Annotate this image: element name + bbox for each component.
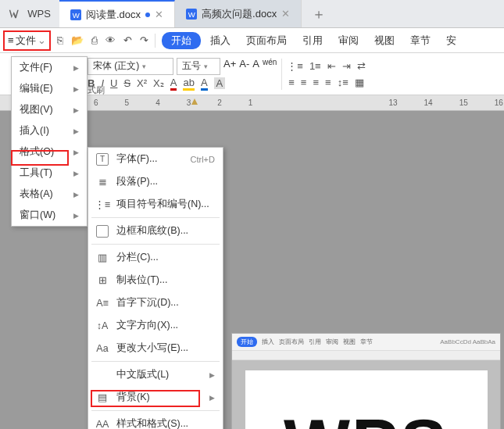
text-effect-icon[interactable]: A <box>201 77 208 91</box>
subscript-icon[interactable]: X₂ <box>153 77 164 89</box>
underline-icon[interactable]: U <box>110 77 117 89</box>
open-icon[interactable]: 📂 <box>71 34 84 46</box>
menu-window[interactable]: 窗口(W)▶ <box>12 205 87 226</box>
background-icon: ▤ <box>96 391 109 404</box>
app-tab[interactable]: WPS <box>0 0 59 27</box>
menu-label: 文件(F) <box>20 61 52 74</box>
submenu-label: 中文版式(L) <box>116 368 169 381</box>
submenu-label: 制表位(T)... <box>116 273 215 287</box>
ribbon-tab-review[interactable]: 审阅 <box>332 32 365 49</box>
char-shading-icon[interactable]: A <box>214 77 226 89</box>
submenu-cjk[interactable]: 中文版式(L)▶ <box>88 363 223 386</box>
preview-tab: 审阅 <box>326 338 338 346</box>
hamburger-icon: ≡ <box>8 34 14 46</box>
close-icon[interactable]: ✕ <box>281 8 290 20</box>
submenu-paragraph[interactable]: ≣段落(P)... <box>88 170 223 193</box>
separator <box>91 410 220 411</box>
main-menu-dropdown: 文件(F)▶ 编辑(E)▶ 视图(V)▶ 插入(I)▶ 格式(O)▶ 工具(T)… <box>11 56 88 227</box>
tab-bar: WPS W 阅读量.docx ✕ W 高频次问题.docx ✕ ＋ <box>0 0 504 28</box>
dropcap-icon: A≡ <box>96 297 109 309</box>
justify-icon[interactable]: ≡ <box>325 77 331 88</box>
ruler-tick: 3 <box>187 98 191 107</box>
preview-tab: 开始 <box>237 337 257 347</box>
preview-tab: 引用 <box>309 338 321 346</box>
submenu-arrow-icon: ▶ <box>209 394 215 402</box>
submenu-textdir[interactable]: ↕A文字方向(X)... <box>88 314 223 337</box>
submenu-changecase[interactable]: Aa更改大小写(E)... <box>88 337 223 359</box>
line-space-icon[interactable]: ↕≡ <box>338 77 349 88</box>
ribbon-tab-references[interactable]: 引用 <box>296 32 329 49</box>
ribbon-tab-extra[interactable]: 安 <box>440 32 463 49</box>
decrease-font-icon[interactable]: A- <box>239 58 249 75</box>
svg-text:W: W <box>73 10 80 19</box>
separator <box>91 244 220 245</box>
shading-icon[interactable]: ▦ <box>355 77 364 88</box>
ribbon-tab-chapter[interactable]: 章节 <box>404 32 437 49</box>
submenu-arrow-icon: ▶ <box>73 148 79 156</box>
submenu-arrow-icon: ▶ <box>73 85 79 93</box>
submenu-borders[interactable]: 边框和底纹(B)... <box>88 220 223 242</box>
menu-label: 格式(O) <box>20 145 54 159</box>
tab-icon[interactable]: ⇄ <box>357 60 366 72</box>
file-menu-button[interactable]: ≡ 文件 ⌄ <box>5 32 49 49</box>
new-tab-button[interactable]: ＋ <box>302 0 336 27</box>
pinyin-icon[interactable]: wén <box>263 58 277 75</box>
align-right-icon[interactable]: ≡ <box>313 77 319 88</box>
menu-format[interactable]: 格式(O)▶ <box>12 141 87 163</box>
menu-insert[interactable]: 插入(I)▶ <box>12 120 87 141</box>
highlight-icon[interactable]: ab <box>183 77 194 91</box>
preview-canvas: WPS <box>232 360 500 429</box>
submenu-label: 首字下沉(D)... <box>116 296 215 309</box>
paragraph-icon: ≣ <box>96 176 109 188</box>
separator <box>155 34 155 48</box>
submenu-background[interactable]: ▤背景(K)▶ <box>88 386 223 409</box>
preview-ribbon: 开始 插入 页面布局 引用 审阅 视图 章节 AaBbCcDd AaBbAa <box>232 334 500 351</box>
indent-marker-icon[interactable] <box>191 98 198 105</box>
submenu-columns[interactable]: ▥分栏(C)... <box>88 246 223 269</box>
menu-view[interactable]: 视图(V)▶ <box>12 99 87 120</box>
preview-icon[interactable]: 👁 <box>105 34 116 46</box>
numbering-icon[interactable]: 1≡ <box>309 60 321 72</box>
increase-font-icon[interactable]: A+ <box>223 58 236 75</box>
ribbon-tab-layout[interactable]: 页面布局 <box>240 32 293 49</box>
font-size-select[interactable]: 五号▾ <box>177 58 220 75</box>
submenu-font[interactable]: T字体(F)...Ctrl+D <box>88 148 223 170</box>
submenu-bullets[interactable]: ⋮≡项目符号和编号(N)... <box>88 193 223 216</box>
undo-icon[interactable]: ↶ <box>123 34 132 46</box>
styles-icon: AA <box>96 418 109 430</box>
ribbon-tab-home[interactable]: 开始 <box>162 32 201 49</box>
new-icon[interactable]: ⎘ <box>57 34 63 46</box>
menu-edit[interactable]: 编辑(E)▶ <box>12 78 87 99</box>
svg-text:W: W <box>188 9 196 18</box>
submenu-styles[interactable]: AA样式和格式(S)... <box>88 413 223 429</box>
bullets-icon[interactable]: ⋮≡ <box>287 60 303 72</box>
ribbon-tab-insert[interactable]: 插入 <box>204 32 237 49</box>
font-color-icon[interactable]: A <box>170 77 177 91</box>
font-name-select[interactable]: 宋体 (正文)▾ <box>88 58 173 75</box>
menu-table[interactable]: 表格(A)▶ <box>12 184 87 205</box>
submenu-arrow-icon: ▶ <box>209 371 215 379</box>
format-brush-label[interactable]: 式刷 <box>88 84 105 96</box>
close-icon[interactable]: ✕ <box>155 9 163 20</box>
tab-document-2[interactable]: W 高频次问题.docx ✕ <box>175 0 302 27</box>
redo-icon[interactable]: ↷ <box>140 34 148 46</box>
print-icon[interactable]: ⎙ <box>91 34 98 46</box>
tabstop-icon: ⊞ <box>96 274 109 287</box>
menu-tools[interactable]: 工具(T)▶ <box>12 163 87 184</box>
cjk-icon <box>96 369 109 381</box>
preview-bigtext: WPS <box>284 405 449 430</box>
submenu-dropcap[interactable]: A≡首字下沉(D)... <box>88 291 223 314</box>
align-left-icon[interactable]: ≡ <box>288 77 295 88</box>
outdent-icon[interactable]: ⇤ <box>327 60 336 72</box>
font-group: 宋体 (正文)▾ 五号▾ A+ A- A wén B I U S X² X₂ A… <box>88 58 277 91</box>
strike-icon[interactable]: S <box>123 77 130 89</box>
ruler-tick: 16 <box>495 98 503 107</box>
align-center-icon[interactable]: ≡ <box>301 77 307 88</box>
clear-format-icon[interactable]: A <box>252 58 259 75</box>
tab-document-1[interactable]: W 阅读量.docx ✕ <box>59 0 175 27</box>
superscript-icon[interactable]: X² <box>137 77 147 89</box>
menu-file[interactable]: 文件(F)▶ <box>12 57 87 78</box>
indent-icon[interactable]: ⇥ <box>342 60 351 72</box>
ribbon-tab-view[interactable]: 视图 <box>368 32 401 49</box>
submenu-tabs[interactable]: ⊞制表位(T)... <box>88 269 223 291</box>
